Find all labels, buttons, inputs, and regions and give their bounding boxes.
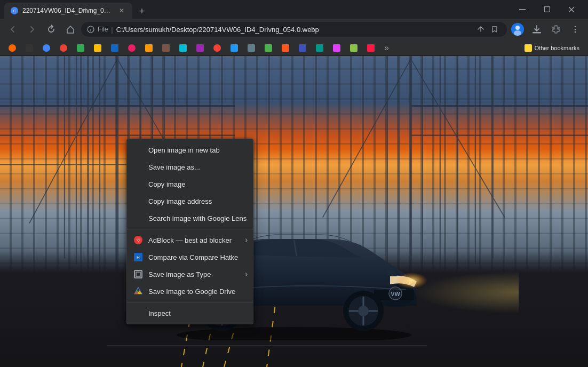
svg-text:VW: VW xyxy=(391,291,400,297)
address-file-label: File xyxy=(98,26,108,33)
maximize-button[interactable] xyxy=(535,0,559,19)
context-menu: Open image in new tab Save image as... C… xyxy=(126,139,253,324)
address-bar[interactable]: i File | C:/Users/sumukh/Desktop/220714V… xyxy=(81,22,507,37)
profile-button[interactable] xyxy=(509,21,526,38)
ctx-copy-image-label: Copy image xyxy=(148,180,247,188)
home-button[interactable] xyxy=(62,21,79,38)
ctx-open-new-tab-label: Open image in new tab xyxy=(148,146,247,154)
ctx-separator-1 xyxy=(127,229,253,229)
new-tab-button[interactable]: + xyxy=(134,4,149,19)
svg-point-57 xyxy=(358,306,369,316)
extensions-button[interactable] xyxy=(547,21,565,38)
ctx-compare-hatke[interactable]: H Compare via Compare Hatke xyxy=(127,249,253,266)
ctx-copy-image[interactable]: Copy image xyxy=(127,175,253,193)
bookmark-item[interactable] xyxy=(124,42,140,54)
google-drive-icon xyxy=(133,286,143,296)
browser-window: C 220714VW06_ID4_Drivng_054.0... ✕ + xyxy=(0,0,588,367)
bookmark-item[interactable] xyxy=(158,42,174,54)
bookmark-item[interactable] xyxy=(329,42,345,54)
browser-menu-button[interactable] xyxy=(567,21,584,38)
bookmark-item[interactable] xyxy=(192,42,208,54)
reload-button[interactable] xyxy=(43,21,60,38)
ctx-search-google-lens[interactable]: Search image with Google Lens xyxy=(127,210,253,227)
save-icon xyxy=(133,162,143,172)
tab-favicon: C xyxy=(11,7,18,14)
ctx-save-google-drive[interactable]: Save Image to Google Drive xyxy=(127,283,253,300)
bookmark-item[interactable] xyxy=(90,42,106,54)
svg-rect-3 xyxy=(544,7,550,12)
downloads-button[interactable] xyxy=(528,21,545,38)
info-icon: i xyxy=(87,26,94,33)
ctx-inspect[interactable]: Inspect xyxy=(127,305,253,322)
svg-text:🛡: 🛡 xyxy=(137,238,140,242)
bookmark-item[interactable]: » xyxy=(380,42,393,54)
title-bar: C 220714VW06_ID4_Drivng_054.0... ✕ + xyxy=(0,0,588,19)
bookmark-item[interactable] xyxy=(21,42,37,54)
svg-point-13 xyxy=(575,29,576,30)
bookmark-item[interactable] xyxy=(209,42,225,54)
svg-point-14 xyxy=(575,31,576,33)
tab-close-button[interactable]: ✕ xyxy=(117,6,126,15)
ctx-save-image-type[interactable]: Save image as Type xyxy=(127,266,253,283)
address-url: C:/Users/sumukh/Desktop/220714VW06_ID4_D… xyxy=(116,26,471,34)
save-type-icon xyxy=(133,269,143,279)
svg-text:i: i xyxy=(90,28,91,33)
minimize-button[interactable] xyxy=(510,0,535,19)
address-actions xyxy=(474,23,501,36)
ctx-save-image-type-label: Save image as Type xyxy=(148,270,247,278)
bookmark-item[interactable] xyxy=(4,42,20,54)
ctx-open-new-tab[interactable]: Open image in new tab xyxy=(127,141,253,158)
tab-bar: C 220714VW06_ID4_Drivng_054.0... ✕ + xyxy=(4,0,510,19)
bookmark-item[interactable] xyxy=(175,42,191,54)
bookmark-item[interactable] xyxy=(277,42,293,54)
ctx-search-google-lens-label: Search image with Google Lens xyxy=(148,214,247,222)
ctx-save-image-as[interactable]: Save image as... xyxy=(127,158,253,175)
bookmark-item[interactable] xyxy=(141,42,157,54)
bookmark-item[interactable] xyxy=(363,42,379,54)
svg-rect-2 xyxy=(519,9,526,10)
tab-title: 220714VW06_ID4_Drivng_054.0... xyxy=(22,7,113,14)
window-controls xyxy=(510,0,584,19)
copy-icon xyxy=(133,179,143,189)
ctx-adblock-label: AdBlock — best ad blocker xyxy=(148,236,247,244)
inspect-icon xyxy=(133,308,143,318)
svg-rect-11 xyxy=(533,32,541,34)
bookmark-item[interactable] xyxy=(55,42,71,54)
bookmark-button[interactable] xyxy=(488,23,501,36)
svg-point-9 xyxy=(515,26,520,30)
bookmark-item[interactable] xyxy=(226,42,242,54)
bookmark-item[interactable] xyxy=(243,42,259,54)
svg-point-10 xyxy=(514,30,521,36)
bookmarks-bar: » Other bookmarks xyxy=(0,40,588,56)
active-tab[interactable]: C 220714VW06_ID4_Drivng_054.0... ✕ xyxy=(4,3,132,19)
google-lens-icon xyxy=(133,213,143,223)
ctx-copy-image-address[interactable]: Copy image address xyxy=(127,193,253,210)
bookmark-item[interactable] xyxy=(38,42,54,54)
bookmark-item[interactable] xyxy=(312,42,328,54)
copy-address-icon xyxy=(133,196,143,206)
content-area: VW xyxy=(0,56,588,367)
open-tab-icon xyxy=(133,145,143,155)
ctx-inspect-label: Inspect xyxy=(148,309,247,317)
ctx-adblock[interactable]: 🛡 AdBlock — best ad blocker xyxy=(127,232,253,249)
forward-button[interactable] xyxy=(23,21,41,38)
close-button[interactable] xyxy=(559,0,584,19)
bookmark-item[interactable] xyxy=(73,42,89,54)
svg-line-39 xyxy=(323,59,411,218)
share-button[interactable] xyxy=(474,23,487,36)
svg-point-46 xyxy=(177,327,411,340)
svg-rect-67 xyxy=(136,272,140,276)
compare-hatke-icon: H xyxy=(133,252,143,262)
bookmark-item[interactable] xyxy=(295,42,311,54)
bookmark-item[interactable] xyxy=(346,42,362,54)
address-separator: | xyxy=(111,26,113,34)
ctx-copy-image-address-label: Copy image address xyxy=(148,197,247,205)
ctx-save-image-as-label: Save image as... xyxy=(148,163,247,171)
back-button[interactable] xyxy=(4,21,21,38)
svg-point-51 xyxy=(395,273,427,289)
bookmark-item[interactable] xyxy=(260,42,276,54)
ctx-save-google-drive-label: Save Image to Google Drive xyxy=(148,288,247,296)
bookmark-item[interactable] xyxy=(107,42,123,54)
other-bookmarks[interactable]: Other bookmarks xyxy=(520,42,584,54)
nav-bar: i File | C:/Users/sumukh/Desktop/220714V… xyxy=(0,19,588,40)
